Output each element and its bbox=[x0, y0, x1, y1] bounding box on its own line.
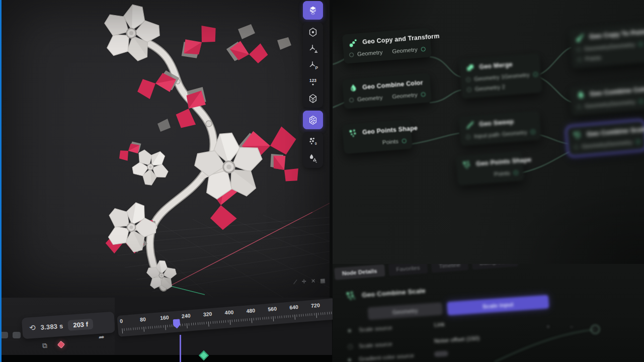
scale-input-tab-button[interactable]: Scale input bbox=[447, 295, 549, 315]
node-combine-color-2[interactable]: Geo Combine ColorGeometryGeometry bbox=[570, 80, 644, 116]
tick-label: 480 bbox=[246, 307, 255, 314]
tick-label: 400 bbox=[224, 309, 233, 315]
hexagon-vertex-icon[interactable] bbox=[304, 24, 321, 40]
svg-text:P: P bbox=[315, 66, 318, 70]
droplet-icon bbox=[576, 90, 586, 100]
timeline-ruler[interactable]: 080160240320400480560640720800 bbox=[117, 298, 342, 337]
property-value[interactable]: Noise offset (150) bbox=[434, 335, 480, 344]
tab-timeline[interactable]: Timeline bbox=[431, 264, 469, 273]
output-port[interactable]: Geometry bbox=[609, 41, 643, 50]
geometry-tab-button[interactable]: Geometry bbox=[367, 302, 442, 320]
voxel-cube-icon[interactable] bbox=[303, 111, 323, 129]
tab-favorites[interactable]: Favorites bbox=[388, 264, 428, 276]
node-title: Geo Merge bbox=[479, 61, 513, 70]
tick-label: 160 bbox=[160, 314, 169, 321]
ruler-icon[interactable]: ⟋ bbox=[293, 279, 297, 285]
axis-p-icon[interactable]: P bbox=[304, 57, 321, 73]
stacked-cube-icon[interactable] bbox=[303, 1, 323, 20]
tick-label: 0 bbox=[120, 318, 123, 324]
output-port[interactable]: Points bbox=[494, 169, 518, 177]
playhead-line[interactable] bbox=[180, 335, 181, 362]
input-port[interactable]: Geometry bbox=[577, 101, 610, 110]
node-copy-to-points[interactable]: Geo Copy To PointsGeometryGeometryPoints bbox=[569, 23, 644, 69]
numeric-123-icon[interactable]: 123 bbox=[304, 73, 321, 90]
node-title: Geo Sweep bbox=[479, 118, 514, 128]
tick-label: 560 bbox=[268, 306, 277, 312]
export-icon[interactable]: ⧉ bbox=[42, 341, 47, 350]
tick-label: 320 bbox=[203, 311, 212, 317]
app-window: P 123 0 bbox=[0, 0, 644, 362]
toggle-pill[interactable] bbox=[434, 350, 448, 357]
output-port[interactable]: Geometry bbox=[504, 71, 538, 79]
droplet-icon bbox=[349, 83, 358, 93]
viewport-toolbar: P 123 0 bbox=[303, 1, 323, 168]
node-title: Geo Copy To Points bbox=[589, 28, 644, 41]
node-points-shape-2[interactable]: Geo Points ShapePoints bbox=[456, 151, 524, 186]
svg-text:0: 0 bbox=[315, 142, 317, 145]
timeline-panel[interactable]: 080160240320400480560640720800 bbox=[115, 298, 332, 355]
input-port[interactable]: Geometry 2 bbox=[466, 83, 505, 93]
points-scatter-icon bbox=[573, 130, 583, 140]
output-port[interactable]: Geometry bbox=[502, 129, 535, 137]
selected-node-title: Geo Combine Scale bbox=[362, 287, 426, 299]
keyframe-record-icon[interactable] bbox=[57, 341, 65, 349]
clipped-button-icon[interactable] bbox=[13, 332, 21, 338]
playback-bar: ⟲ 3.383 s 203 f ⧉ ➦ bbox=[0, 298, 115, 355]
node-merge[interactable]: Geo MergeGeometry 1GeometryGeometry 2 bbox=[459, 53, 542, 99]
node-graph-panel[interactable]: Geo Copy and TransformGeometryGeometryGe… bbox=[333, 0, 644, 264]
input-port[interactable]: Input path bbox=[466, 131, 500, 140]
fullscreen-icon[interactable]: ✕ bbox=[311, 278, 316, 284]
output-port[interactable]: Geometry bbox=[610, 98, 643, 107]
node-title: Geo Combine Color bbox=[590, 85, 644, 98]
input-port[interactable]: Geometry bbox=[349, 49, 383, 58]
property-row: ◆ Gradient color source bbox=[348, 350, 448, 362]
details-tab-bar: Node Details Favorites Timeline Backgrou… bbox=[334, 264, 518, 280]
input-port[interactable]: Geometry 1 bbox=[466, 73, 505, 82]
radio-icon[interactable]: ◯ bbox=[348, 344, 354, 349]
axis-x-red-far bbox=[312, 203, 330, 212]
grid-icon[interactable]: ▦ bbox=[320, 277, 326, 284]
node-title: Geo Points Shape bbox=[362, 125, 418, 136]
merge-squares-icon bbox=[465, 63, 475, 72]
output-port[interactable]: Points bbox=[382, 138, 407, 146]
node-points-shape-1[interactable]: Geo Points ShapePoints bbox=[342, 120, 413, 154]
bullet-icon: ◆ bbox=[348, 357, 354, 362]
frame-counter-field[interactable]: 203 f bbox=[68, 318, 94, 330]
gizmo-icon[interactable]: ✛ bbox=[301, 278, 306, 285]
paint-triangle-icon[interactable] bbox=[304, 150, 321, 166]
timeline-track-strip bbox=[0, 355, 332, 362]
axis-delta-icon[interactable] bbox=[304, 40, 321, 57]
dots-ascending-icon bbox=[349, 38, 358, 48]
tab-background[interactable]: Background bbox=[471, 264, 518, 269]
points-zero-icon[interactable]: 0 bbox=[304, 133, 321, 150]
loop-icon[interactable]: ⟲ bbox=[29, 323, 36, 333]
scene-3d bbox=[2, 0, 330, 298]
tick-label: 80 bbox=[140, 316, 146, 322]
tab-node-details[interactable]: Node Details bbox=[334, 264, 385, 280]
output-port[interactable]: Geometry bbox=[392, 91, 426, 100]
wireframe-cube-icon[interactable] bbox=[304, 90, 321, 107]
points-scatter-icon bbox=[349, 128, 358, 138]
input-port[interactable]: Geometry bbox=[349, 95, 383, 103]
screen-edge-strip bbox=[0, 0, 2, 362]
output-port[interactable]: Geometry bbox=[607, 138, 640, 147]
svg-text:123: 123 bbox=[309, 78, 316, 83]
jump-flag-icon[interactable]: ➦ bbox=[98, 333, 105, 341]
input-port[interactable]: Points bbox=[577, 54, 602, 62]
details-header: Geo Combine Scale bbox=[345, 285, 426, 301]
property-value[interactable]: Link bbox=[434, 321, 445, 328]
curve-sweep-icon bbox=[465, 120, 475, 130]
input-port[interactable]: Geometry bbox=[576, 44, 610, 53]
property-row: ◆ Scale source Link bbox=[348, 321, 445, 334]
tick-label: 640 bbox=[289, 304, 298, 310]
viewport-3d[interactable]: P 123 0 bbox=[2, 0, 330, 298]
playhead-marker[interactable] bbox=[173, 319, 180, 329]
bullet-icon: ◆ bbox=[348, 328, 354, 333]
zoom-plus-minus-icons[interactable]: + − bbox=[546, 323, 582, 330]
dots-ascending-icon bbox=[576, 33, 586, 43]
input-port[interactable]: Geometry bbox=[574, 141, 607, 150]
output-port[interactable]: Geometry bbox=[392, 46, 426, 54]
axis-x-red bbox=[169, 212, 312, 287]
points-scatter-icon bbox=[345, 290, 356, 301]
points-scatter-icon bbox=[462, 160, 472, 169]
